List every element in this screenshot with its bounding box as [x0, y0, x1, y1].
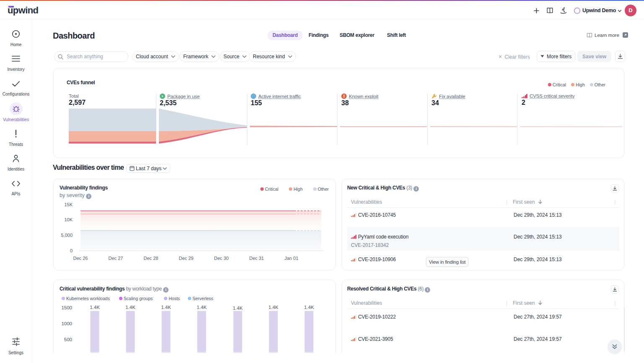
svg-text:Dec 30: Dec 30: [214, 256, 229, 261]
svg-text:1.4K: 1.4K: [197, 305, 207, 310]
svg-text:Jan 01: Jan 01: [284, 256, 298, 261]
svg-text:Dec 26: Dec 26: [73, 256, 88, 261]
svg-text:Dec 27: Dec 27: [109, 256, 123, 261]
svg-text:Dec 29: Dec 29: [179, 256, 194, 261]
svg-text:10K: 10K: [64, 217, 73, 222]
svg-text:1000: 1000: [61, 321, 72, 326]
svg-text:1.4K: 1.4K: [90, 305, 100, 310]
svg-text:1.4K: 1.4K: [233, 306, 243, 311]
svg-text:1.4K: 1.4K: [304, 305, 314, 310]
svg-text:5,000: 5,000: [61, 233, 73, 238]
svg-text:0: 0: [70, 248, 73, 253]
svg-text:1.4K: 1.4K: [161, 305, 171, 310]
svg-text:Dec 28: Dec 28: [144, 256, 158, 261]
svg-text:Dec 31: Dec 31: [249, 256, 264, 261]
svg-text:1.4K: 1.4K: [268, 305, 278, 310]
svg-text:1.4K: 1.4K: [125, 305, 135, 310]
svg-text:1500: 1500: [61, 305, 72, 310]
svg-text:15K: 15K: [64, 202, 73, 207]
svg-text:500: 500: [64, 337, 72, 342]
